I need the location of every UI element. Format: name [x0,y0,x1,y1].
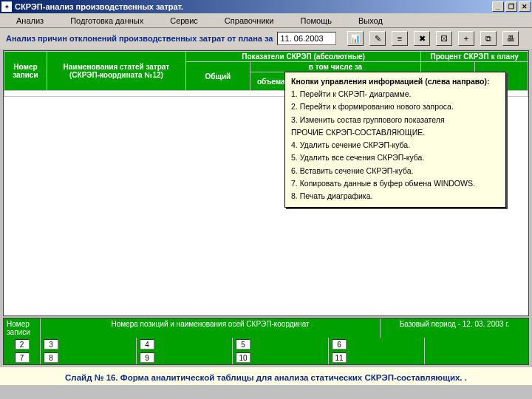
axis-input[interactable] [236,352,250,363]
minimize-button[interactable]: _ [492,1,504,12]
axis-input[interactable] [332,352,347,363]
col-article-names: Наименования статей затрат (СКРЭП-коорди… [47,52,185,91]
col-record-num: Номер записи [4,52,47,91]
heading-row: Анализ причин отклонений производственны… [0,28,532,49]
tooltip-item: 2. Перейти к формированию нового запроса… [291,101,499,112]
maximize-button[interactable]: ❐ [505,1,517,12]
app-icon: ✦ [1,1,12,12]
tooltip-item: 7. Копировать данные в буфер обмена WIND… [291,178,499,189]
menu-data-prep[interactable]: Подготовка данных [57,15,157,27]
menubar: Анализ Подготовка данных Сервис Справочн… [0,13,532,28]
axis-input[interactable] [44,352,58,363]
axis-input[interactable] [44,339,58,349]
slide-caption: Слайд № 16. Форма аналитической таблицы … [0,367,532,385]
delete-all-button[interactable]: ⛝ [436,31,452,46]
bottom-row-1 [4,338,528,351]
tooltip-title: Кнопки управления информацией (слева нап… [291,76,499,87]
bottom-mid: Номера позиций и наименования осей СКРЭП… [41,318,381,338]
new-query-button[interactable]: ✎ [369,31,386,46]
page-heading: Анализ причин отклонений производственны… [6,34,273,43]
tooltip-item: 4. Удалить сечение СКРЭП-куба. [291,140,499,151]
tooltip-item: 8. Печать диаграфика. [291,191,499,202]
menu-analysis[interactable]: Анализ [3,15,57,27]
window-title: СКРЭП-анализ производственных затрат. [15,2,492,11]
col-percent: Процент СКРЭП к плану [421,52,528,62]
col-indicators: Показатели СКРЭП (абсолютные) [185,52,420,62]
toolbar: 📊 ✎ ≡ ✖ ⛝ + ⧉ 🖶 [347,31,526,46]
axis-input[interactable] [15,339,30,349]
insert-slice-button[interactable]: + [458,31,474,46]
bottom-header: Номер записи Номера позиций и наименован… [4,318,528,338]
bottom-right: Базовый период - 12. 03. 2003 г. [381,318,528,338]
axis-input[interactable] [140,339,154,349]
tooltip-item: 3. Изменить состав группового показателя [291,115,499,126]
axis-input[interactable] [236,339,250,349]
system-buttons: _ ❐ ✕ [492,1,531,12]
bottom-label: Номер записи [4,318,41,338]
axis-input[interactable] [332,339,347,349]
tooltip-item: 6. Вставить сечение СКРЭП-куба. [291,166,499,177]
col-including: в том числе за [250,62,421,72]
menu-reference[interactable]: Справочники [211,15,287,27]
menu-service[interactable]: Сервис [157,15,211,27]
delete-slice-button[interactable]: ✖ [414,31,430,46]
group-edit-button[interactable]: ≡ [392,31,408,46]
print-button[interactable]: 🖶 [502,31,519,46]
bottom-panel: Номер записи Номера позиций и наименован… [3,318,529,365]
tooltip-item: 1. Перейти к СКРЭП- диаграмме. [291,89,499,100]
menu-help[interactable]: Помощь [287,15,346,27]
bottom-row-2 [4,351,528,364]
tooltip-item: 5. Удалить все сечения СКРЭП-куба. [291,152,499,163]
tooltip-item: ПРОЧИЕ СКРЭП-СОСТАВЛЯЮЩИЕ. [291,127,499,138]
col-total: Общий [185,62,250,91]
date-input[interactable] [277,32,336,45]
main-table: Номер записи Наименования статей затрат … [3,50,529,316]
axis-input[interactable] [15,352,30,363]
close-button[interactable]: ✕ [519,1,531,12]
menu-exit[interactable]: Выход [345,15,396,27]
titlebar: ✦ СКРЭП-анализ производственных затрат. … [0,0,532,13]
copy-button[interactable]: ⧉ [480,31,497,46]
axis-input[interactable] [140,352,154,363]
help-tooltip: Кнопки управления информацией (слева нап… [284,72,506,208]
chart-button[interactable]: 📊 [347,31,364,46]
